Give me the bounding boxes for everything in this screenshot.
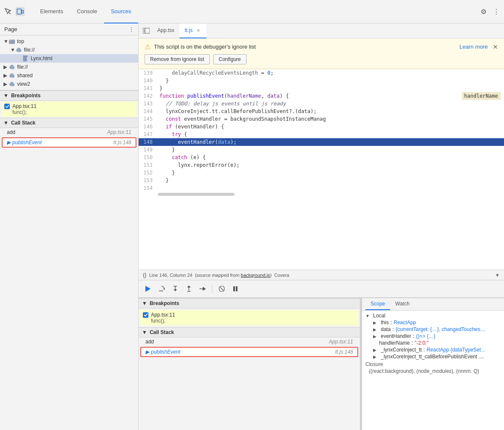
bp-code: func(); <box>151 318 356 324</box>
tree-label-view2: view2 <box>17 81 30 87</box>
callstack-item-publish[interactable]: ▶ publishEvent tt.js:148 <box>2 137 136 148</box>
code-line-151: 151 lynx.reportError(e); <box>139 161 504 169</box>
learn-more-link[interactable]: Learn more <box>460 44 488 50</box>
source-map-link[interactable]: background.js <box>241 273 270 278</box>
breakpoints-arrow: ▼ <box>3 93 9 99</box>
inspect-element-icon[interactable] <box>3 7 13 16</box>
tree-item-file2[interactable]: ▶ file:// <box>0 63 138 71</box>
callstack-bottom-publish[interactable]: ▶ publishEvent tt.js:148 <box>140 347 358 357</box>
format-icon[interactable]: {} <box>143 272 147 278</box>
step-into-button[interactable] <box>169 283 181 295</box>
code-line-146: 146 if (eventHandler) { <box>139 123 504 131</box>
breakpoints-header[interactable]: ▼ Breakpoints <box>0 90 138 101</box>
folder-icon <box>9 38 15 45</box>
callstack-bottom-loc-publish: tt.js:148 <box>335 349 353 355</box>
breakpoint-code: func(); <box>12 109 134 115</box>
breakpoint-file: App.tsx:11 <box>12 103 37 109</box>
svg-point-18 <box>10 73 14 77</box>
deactivate-breakpoints-button[interactable] <box>216 283 228 295</box>
tab-scope[interactable]: Scope <box>365 298 390 310</box>
tab-elements[interactable]: Elements <box>33 0 70 23</box>
svg-rect-1 <box>17 9 21 14</box>
page-panel-header: Page ⋮ <box>0 23 138 35</box>
step-button[interactable] <box>197 283 209 295</box>
scope-event-handler[interactable]: ▶ eventHandler : ()=> {…} <box>365 333 501 340</box>
tree-item-lynx[interactable]: ▶ Lynx.html <box>0 54 138 63</box>
code-line-141: 141 } <box>139 84 504 92</box>
callstack-bottom-add[interactable]: add App.tsx:11 <box>139 337 360 346</box>
tab-console[interactable]: Console <box>70 0 104 23</box>
source-tab-app-tsx[interactable]: App.tsx <box>152 23 180 38</box>
bp-check[interactable] <box>143 312 148 318</box>
tree-item-top[interactable]: ▼ top <box>0 37 138 46</box>
ignore-banner: ⚠ This script is on the debugger's ignor… <box>139 38 504 69</box>
tab-watch[interactable]: Watch <box>390 298 415 310</box>
scope-this[interactable]: ▶ this : ReactApp <box>365 319 501 326</box>
status-bar: {} Line 146, Column 24 (source mapped fr… <box>139 270 504 280</box>
more-options-icon[interactable]: ⋮ <box>492 7 501 16</box>
code-line-152: 152 } <box>139 169 504 177</box>
bp-file: App.tsx:11 <box>151 312 175 318</box>
callstack-item-add[interactable]: add App.tsx:11 <box>0 128 138 137</box>
scroll-down-icon[interactable]: ▼ <box>495 273 500 278</box>
toolbar-icons <box>3 7 25 16</box>
tree-arrow-shared: ▶ <box>3 73 9 78</box>
banner-close-icon[interactable]: ✕ <box>493 44 498 50</box>
cloud-icon-2 <box>9 64 15 70</box>
callstack-loc-add: App.tsx:11 <box>107 129 131 135</box>
scope-lynx-inject[interactable]: ▶ _lynxCoreInject_tt : ReactApp {dataTyp… <box>365 346 501 353</box>
page-panel-title: Page <box>4 26 17 32</box>
source-tab-tt-js[interactable]: tt.js ✕ <box>180 23 206 38</box>
tree-label-file2: file:// <box>17 64 28 70</box>
callstack-name-add: add <box>7 129 15 135</box>
main-layout: Page ⋮ ▼ top ▼ file:// <box>0 23 504 430</box>
code-line-143: 143 // TODO: delay js events until js re… <box>139 100 504 108</box>
callstack-bottom-loc-add: App.tsx:11 <box>329 339 353 345</box>
close-tab-tt-js[interactable]: ✕ <box>195 27 201 33</box>
tree-label-shared: shared <box>17 73 33 78</box>
toolbar-right: ⚙ ⋮ <box>479 7 501 16</box>
svg-rect-42 <box>233 286 235 291</box>
tab-sources[interactable]: Sources <box>104 0 138 23</box>
device-toggle-icon[interactable] <box>15 7 25 16</box>
resume-button[interactable] <box>142 283 154 295</box>
breakpoints-section-header[interactable]: ▼ Breakpoints <box>139 298 360 308</box>
horizontal-scrollbar[interactable] <box>139 192 504 196</box>
tree-item-view2[interactable]: ▶ view2 <box>0 80 138 88</box>
scope-section-closure: Closure ((react:background), (node_modul… <box>365 361 501 375</box>
step-out-button[interactable] <box>183 283 195 295</box>
call-stack-section-header[interactable]: ▼ Call Stack <box>139 327 360 337</box>
configure-button[interactable]: Configure <box>213 54 246 64</box>
svg-marker-36 <box>187 285 191 288</box>
scope-lynx-call-before[interactable]: ▶ _lynxCoreInject_tt_callBeforePublishEv… <box>365 353 501 360</box>
scope-handler-name: handlerName : "-2:0:" <box>365 340 501 346</box>
remove-from-ignore-button[interactable]: Remove from ignore list <box>145 54 210 64</box>
code-line-139: 139 delayCallRecycleEventsLength = 0; <box>139 69 504 77</box>
code-editor[interactable]: 139 delayCallRecycleEventsLength = 0; 14… <box>139 69 504 270</box>
scope-content: ▼ Local ▶ this : ReactApp ▶ data : <box>362 311 504 430</box>
pause-on-exception-button[interactable] <box>229 283 241 295</box>
svg-point-22 <box>10 82 14 85</box>
svg-rect-9 <box>23 55 27 61</box>
status-right: ▼ <box>495 273 500 278</box>
debug-toolbar <box>139 280 504 298</box>
call-stack-header[interactable]: ▼ Call Stack <box>0 118 138 128</box>
settings-icon[interactable]: ⚙ <box>479 7 488 16</box>
sidebar-toggle-icon[interactable] <box>140 25 152 37</box>
breakpoint-checkbox[interactable] <box>4 104 10 109</box>
callstack-bottom-name-publish: ▶ publishEvent <box>145 349 180 355</box>
step-over-button[interactable] <box>156 283 168 295</box>
tree-item-shared[interactable]: ▶ shared <box>0 71 138 80</box>
scope-watch-tabs: Scope Watch <box>362 298 504 311</box>
svg-rect-43 <box>236 286 238 291</box>
code-line-142: 142 function publishEvent(handlerName, d… <box>139 92 504 100</box>
tree-item-file-top[interactable]: ▼ file:// <box>0 46 138 54</box>
breakpoint-item-0: App.tsx:11 func(); <box>2 102 136 117</box>
page-panel-more[interactable]: ⋮ <box>129 26 134 32</box>
scope-local-header[interactable]: ▼ Local <box>365 312 501 319</box>
devtools-toolbar: Elements Console Sources ⚙ ⋮ <box>0 0 504 23</box>
svg-marker-10 <box>27 55 28 57</box>
svg-point-8 <box>17 48 20 51</box>
svg-line-0 <box>9 12 11 14</box>
scope-data[interactable]: ▶ data : {currentTarget: {…}, changedTou… <box>365 326 501 333</box>
